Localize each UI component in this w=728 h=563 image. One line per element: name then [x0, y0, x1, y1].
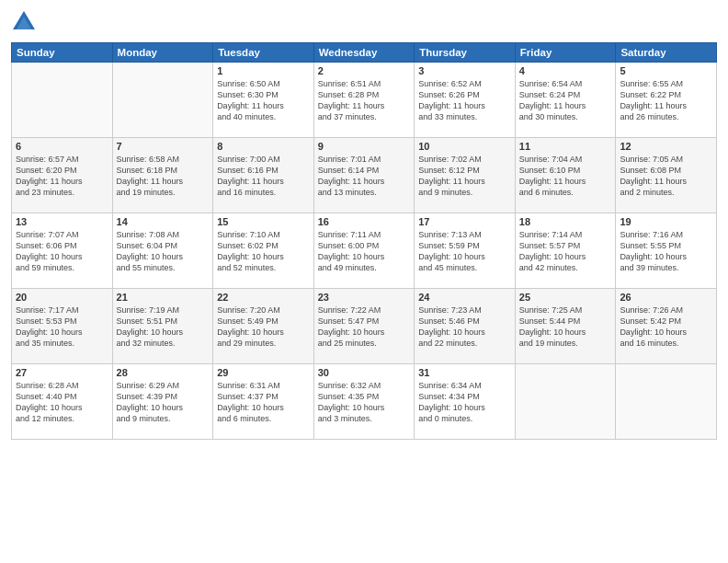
table-row: 13Sunrise: 7:07 AMSunset: 6:06 PMDayligh… — [12, 213, 113, 289]
day-info: Sunrise: 7:10 AMSunset: 6:02 PMDaylight:… — [217, 229, 310, 274]
day-number: 3 — [418, 65, 511, 76]
weekday-header-wednesday: Wednesday — [313, 43, 415, 63]
calendar-week-row: 1Sunrise: 6:50 AMSunset: 6:30 PMDaylight… — [12, 63, 717, 138]
day-number: 7 — [117, 141, 210, 152]
day-info: Sunrise: 7:05 AMSunset: 6:08 PMDaylight:… — [620, 154, 712, 199]
table-row: 10Sunrise: 7:02 AMSunset: 6:12 PMDayligh… — [415, 138, 516, 213]
table-row: 7Sunrise: 6:58 AMSunset: 6:18 PMDaylight… — [112, 138, 213, 213]
day-number: 1 — [217, 65, 310, 76]
day-number: 12 — [620, 141, 712, 152]
weekday-header-friday: Friday — [515, 43, 616, 63]
table-row: 14Sunrise: 7:08 AMSunset: 6:04 PMDayligh… — [112, 213, 213, 289]
table-row: 11Sunrise: 7:04 AMSunset: 6:10 PMDayligh… — [515, 138, 616, 213]
table-row: 29Sunrise: 6:31 AMSunset: 4:37 PMDayligh… — [213, 364, 314, 440]
day-number: 5 — [620, 65, 712, 76]
day-number: 31 — [418, 367, 511, 378]
day-number: 13 — [16, 216, 108, 227]
day-info: Sunrise: 6:28 AMSunset: 4:40 PMDaylight:… — [16, 380, 108, 425]
day-info: Sunrise: 7:07 AMSunset: 6:06 PMDaylight:… — [16, 229, 108, 274]
table-row: 16Sunrise: 7:11 AMSunset: 6:00 PMDayligh… — [313, 213, 415, 289]
weekday-header-tuesday: Tuesday — [213, 43, 314, 63]
logo — [11, 9, 40, 35]
table-row: 22Sunrise: 7:20 AMSunset: 5:49 PMDayligh… — [213, 289, 314, 364]
table-row: 17Sunrise: 7:13 AMSunset: 5:59 PMDayligh… — [415, 213, 516, 289]
table-row: 26Sunrise: 7:26 AMSunset: 5:42 PMDayligh… — [616, 289, 717, 364]
day-info: Sunrise: 7:17 AMSunset: 5:53 PMDaylight:… — [16, 304, 108, 350]
day-info: Sunrise: 6:55 AMSunset: 6:22 PMDaylight:… — [620, 78, 712, 123]
day-number: 28 — [117, 367, 210, 378]
weekday-header-saturday: Saturday — [616, 43, 717, 63]
day-info: Sunrise: 6:31 AMSunset: 4:37 PMDaylight:… — [217, 380, 310, 425]
table-row: 2Sunrise: 6:51 AMSunset: 6:28 PMDaylight… — [313, 63, 415, 138]
table-row: 8Sunrise: 7:00 AMSunset: 6:16 PMDaylight… — [213, 138, 314, 213]
day-info: Sunrise: 7:25 AMSunset: 5:44 PMDaylight:… — [519, 304, 612, 350]
day-number: 25 — [519, 292, 612, 303]
day-info: Sunrise: 7:20 AMSunset: 5:49 PMDaylight:… — [217, 304, 310, 350]
day-number: 19 — [620, 216, 712, 227]
day-info: Sunrise: 7:13 AMSunset: 5:59 PMDaylight:… — [418, 229, 511, 274]
day-number: 16 — [318, 216, 411, 227]
table-row: 21Sunrise: 7:19 AMSunset: 5:51 PMDayligh… — [112, 289, 213, 364]
table-row: 30Sunrise: 6:32 AMSunset: 4:35 PMDayligh… — [313, 364, 415, 440]
table-row: 3Sunrise: 6:52 AMSunset: 6:26 PMDaylight… — [415, 63, 516, 138]
day-number: 4 — [519, 65, 612, 76]
day-info: Sunrise: 7:04 AMSunset: 6:10 PMDaylight:… — [519, 154, 612, 199]
day-number: 15 — [217, 216, 310, 227]
day-info: Sunrise: 7:26 AMSunset: 5:42 PMDaylight:… — [620, 304, 712, 350]
table-row: 27Sunrise: 6:28 AMSunset: 4:40 PMDayligh… — [12, 364, 113, 440]
table-row: 24Sunrise: 7:23 AMSunset: 5:46 PMDayligh… — [415, 289, 516, 364]
day-number: 21 — [117, 292, 210, 303]
table-row: 31Sunrise: 6:34 AMSunset: 4:34 PMDayligh… — [415, 364, 516, 440]
day-info: Sunrise: 7:14 AMSunset: 5:57 PMDaylight:… — [519, 229, 612, 274]
header — [11, 9, 717, 35]
day-info: Sunrise: 6:52 AMSunset: 6:26 PMDaylight:… — [418, 78, 511, 123]
day-info: Sunrise: 6:34 AMSunset: 4:34 PMDaylight:… — [418, 380, 511, 425]
day-number: 29 — [217, 367, 310, 378]
weekday-header-row: SundayMondayTuesdayWednesdayThursdayFrid… — [12, 43, 717, 63]
weekday-header-monday: Monday — [112, 43, 213, 63]
logo-icon — [11, 9, 37, 35]
table-row: 4Sunrise: 6:54 AMSunset: 6:24 PMDaylight… — [515, 63, 616, 138]
calendar: SundayMondayTuesdayWednesdayThursdayFrid… — [11, 42, 717, 440]
day-number: 2 — [318, 65, 411, 76]
table-row: 5Sunrise: 6:55 AMSunset: 6:22 PMDaylight… — [616, 63, 717, 138]
day-number: 22 — [217, 292, 310, 303]
table-row — [616, 364, 717, 440]
table-row: 20Sunrise: 7:17 AMSunset: 5:53 PMDayligh… — [12, 289, 113, 364]
table-row: 15Sunrise: 7:10 AMSunset: 6:02 PMDayligh… — [213, 213, 314, 289]
day-number: 6 — [16, 141, 108, 152]
day-info: Sunrise: 6:51 AMSunset: 6:28 PMDaylight:… — [318, 78, 411, 123]
day-info: Sunrise: 6:58 AMSunset: 6:18 PMDaylight:… — [117, 154, 210, 199]
calendar-week-row: 6Sunrise: 6:57 AMSunset: 6:20 PMDaylight… — [12, 138, 717, 213]
calendar-week-row: 13Sunrise: 7:07 AMSunset: 6:06 PMDayligh… — [12, 213, 717, 289]
table-row: 6Sunrise: 6:57 AMSunset: 6:20 PMDaylight… — [12, 138, 113, 213]
day-number: 9 — [318, 141, 411, 152]
table-row: 19Sunrise: 7:16 AMSunset: 5:55 PMDayligh… — [616, 213, 717, 289]
day-number: 18 — [519, 216, 612, 227]
page: SundayMondayTuesdayWednesdayThursdayFrid… — [0, 0, 728, 563]
table-row — [12, 63, 113, 138]
table-row: 12Sunrise: 7:05 AMSunset: 6:08 PMDayligh… — [616, 138, 717, 213]
day-info: Sunrise: 7:23 AMSunset: 5:46 PMDaylight:… — [418, 304, 511, 350]
day-number: 14 — [117, 216, 210, 227]
day-number: 27 — [16, 367, 108, 378]
day-info: Sunrise: 7:16 AMSunset: 5:55 PMDaylight:… — [620, 229, 712, 274]
day-info: Sunrise: 7:01 AMSunset: 6:14 PMDaylight:… — [318, 154, 411, 199]
day-info: Sunrise: 6:50 AMSunset: 6:30 PMDaylight:… — [217, 78, 310, 123]
weekday-header-thursday: Thursday — [415, 43, 516, 63]
calendar-week-row: 27Sunrise: 6:28 AMSunset: 4:40 PMDayligh… — [12, 364, 717, 440]
table-row — [112, 63, 213, 138]
day-info: Sunrise: 7:08 AMSunset: 6:04 PMDaylight:… — [117, 229, 210, 274]
day-info: Sunrise: 7:22 AMSunset: 5:47 PMDaylight:… — [318, 304, 411, 350]
day-info: Sunrise: 7:11 AMSunset: 6:00 PMDaylight:… — [318, 229, 411, 274]
day-info: Sunrise: 7:02 AMSunset: 6:12 PMDaylight:… — [418, 154, 511, 199]
table-row: 1Sunrise: 6:50 AMSunset: 6:30 PMDaylight… — [213, 63, 314, 138]
day-info: Sunrise: 7:00 AMSunset: 6:16 PMDaylight:… — [217, 154, 310, 199]
day-info: Sunrise: 6:29 AMSunset: 4:39 PMDaylight:… — [117, 380, 210, 425]
weekday-header-sunday: Sunday — [12, 43, 113, 63]
table-row: 28Sunrise: 6:29 AMSunset: 4:39 PMDayligh… — [112, 364, 213, 440]
day-number: 26 — [620, 292, 712, 303]
day-info: Sunrise: 7:19 AMSunset: 5:51 PMDaylight:… — [117, 304, 210, 350]
day-number: 8 — [217, 141, 310, 152]
day-number: 30 — [318, 367, 411, 378]
